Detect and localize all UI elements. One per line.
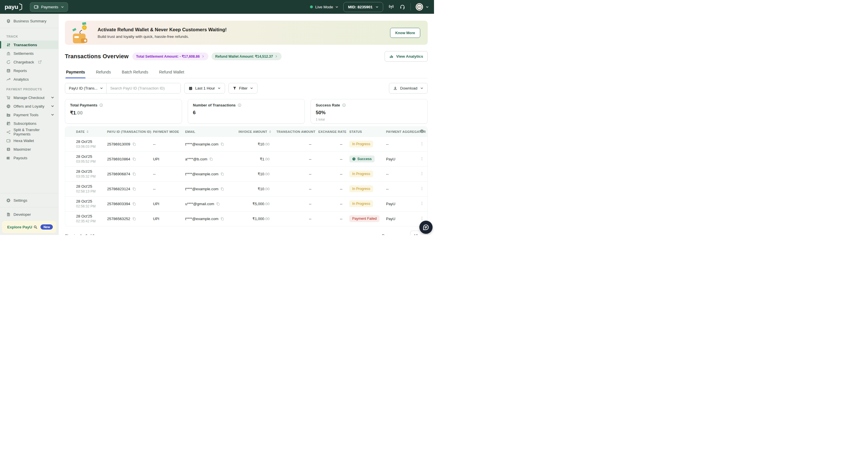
info-icon[interactable]: [238, 103, 241, 107]
table-row[interactable]: 28 Oct'2503:05:32 PM 25786906874 -- t***…: [65, 166, 428, 181]
sidebar-item[interactable]: Manage Checkout: [0, 93, 58, 102]
copy-icon[interactable]: [132, 142, 136, 146]
tab-label: Refund Wallet: [159, 70, 184, 74]
copy-icon[interactable]: [220, 187, 224, 191]
bar-chart-icon: [389, 54, 394, 59]
cell-payment-aggregator: PayU: [384, 152, 416, 166]
sidebar-item-label: Reports: [13, 69, 27, 73]
cell-payment-mode: --: [151, 166, 183, 181]
copy-icon[interactable]: [132, 172, 136, 176]
sidebar-item[interactable]: Subscriptions: [0, 119, 58, 128]
copy-icon[interactable]: [216, 202, 220, 206]
tab[interactable]: Payments: [65, 69, 86, 78]
sidebar-item[interactable]: % Offers and Loyalty: [0, 102, 58, 111]
main-content: Activate Refund Wallet & Never Keep Cust…: [59, 14, 434, 235]
copy-icon[interactable]: [220, 217, 224, 221]
table-row[interactable]: 28 Oct'2503:06:03 PM 25786913009 -- t***…: [65, 136, 428, 152]
status-badge: Payment Failed: [349, 215, 379, 222]
sidebar-spacer: [0, 162, 58, 190]
copy-icon[interactable]: [132, 157, 136, 161]
row-actions-button[interactable]: [419, 156, 425, 163]
view-analytics-label: View Analytics: [396, 54, 423, 59]
copy-icon[interactable]: [209, 157, 213, 161]
settlement-amount-pill[interactable]: Total Settlement Amount: - ₹17,608.86: [132, 53, 208, 60]
filter-dropdown[interactable]: Filter: [228, 83, 258, 94]
mid-selector[interactable]: MID: 8235901: [343, 2, 383, 12]
broadcast-icon: [389, 4, 394, 9]
sidebar-item[interactable]: Hexa Wallet: [0, 136, 58, 145]
sidebar-item-label: Manage Checkout: [13, 96, 44, 100]
sidebar-item[interactable]: S Maximizer: [0, 145, 58, 154]
row-actions-button[interactable]: [419, 170, 425, 178]
payu-dashboard: payu Payments Live Mode MID: 8235901: [0, 0, 434, 235]
row-actions-button[interactable]: [419, 140, 425, 148]
account-menu[interactable]: [415, 3, 429, 11]
table-row[interactable]: 28 Oct'2502:35:42 PM 25786563252 UPI t**…: [65, 211, 428, 226]
sidebar-item-settings[interactable]: Settings: [0, 196, 58, 205]
row-actions-button[interactable]: [419, 200, 425, 208]
cell-invoice-amount: ₹10.00: [237, 136, 275, 152]
cell-transaction-amount: --: [275, 152, 317, 166]
sort-icon: [86, 130, 89, 133]
chevron-down-icon: [426, 5, 429, 9]
sidebar-item[interactable]: Analytics: [0, 75, 58, 84]
support-button[interactable]: [399, 4, 406, 10]
live-mode-selector[interactable]: Live Mode: [310, 5, 338, 9]
payu-logo[interactable]: payu: [5, 3, 22, 11]
sidebar-item[interactable]: Chargeback: [0, 58, 58, 66]
trend-icon: [6, 77, 11, 82]
explore-payu-label: Explore PayU: [7, 225, 32, 229]
sidebar-item[interactable]: Reports: [0, 66, 58, 75]
sidebar-item[interactable]: Split & Transfer Payments: [0, 128, 58, 136]
sidebar-item[interactable]: Transactions: [0, 40, 58, 49]
sidebar-item[interactable]: Settlements: [0, 49, 58, 58]
logo-text: payu: [5, 3, 18, 10]
copy-icon[interactable]: [132, 187, 136, 191]
filter-label: Filter: [239, 86, 248, 90]
sidebar-item-developer[interactable]: Developer: [0, 210, 58, 219]
cell-invoice-amount: ₹1.00: [237, 152, 275, 166]
cell-payment-mode: UPI: [151, 211, 183, 226]
table-row[interactable]: 28 Oct'2502:58:13 PM 25786823124 -- t***…: [65, 181, 428, 196]
date-range-label: Last 1 Hour: [195, 86, 215, 90]
view-analytics-button[interactable]: View Analytics: [384, 51, 428, 62]
row-actions-button[interactable]: [419, 185, 425, 192]
sidebar-item[interactable]: Payouts: [0, 154, 58, 162]
cell-payment-aggregator: --: [384, 136, 416, 152]
tab[interactable]: Refund Wallet: [158, 69, 185, 78]
sidebar-item-business-summary[interactable]: ₹ Business Summary: [0, 17, 58, 25]
sidebar-divider: [0, 193, 58, 193]
copy-icon[interactable]: [220, 142, 224, 146]
table-row[interactable]: 28 Oct'2503:05:52 PM 25786910864 UPI a**…: [65, 152, 428, 166]
date-range-dropdown[interactable]: Last 1 Hour: [184, 83, 225, 94]
announcements-button[interactable]: [388, 4, 394, 10]
table-row[interactable]: 28 Oct'2502:56:32 PM 25786803394 UPI u**…: [65, 196, 428, 211]
info-icon[interactable]: [99, 103, 103, 107]
arrows-icon: [6, 43, 11, 47]
product-switcher[interactable]: Payments: [30, 2, 68, 12]
column-settings-button[interactable]: [420, 129, 424, 134]
copy-icon[interactable]: [220, 172, 224, 176]
column-date[interactable]: DATE: [76, 130, 89, 133]
tab[interactable]: Batch Refunds: [121, 69, 149, 78]
table-header-row: DATE PAYU ID (TRANSACTION ID) PAYMENT MO…: [65, 127, 428, 136]
cell-time: 03:05:52 PM: [76, 160, 104, 163]
copy-icon[interactable]: [132, 217, 136, 221]
cell-payment-aggregator: PayU: [384, 211, 416, 226]
tab[interactable]: Refunds: [95, 69, 112, 78]
refund-wallet-amount-label: Refund Wallet Amount: ₹14,512.37: [215, 55, 273, 59]
copy-icon[interactable]: [132, 202, 136, 206]
cell-transaction-amount: --: [275, 196, 317, 211]
cell-payu-id: 25786913009: [107, 142, 130, 146]
cell-exchange-rate: --: [317, 152, 348, 166]
refund-wallet-amount-pill[interactable]: Refund Wallet Amount: ₹14,512.37: [212, 53, 282, 60]
search-input[interactable]: [106, 83, 181, 93]
column-invoice-amount[interactable]: INVOICE AMOUNT: [239, 130, 272, 133]
download-button[interactable]: Download: [389, 83, 428, 94]
info-icon[interactable]: [342, 103, 346, 107]
sidebar-item[interactable]: Payment Tools: [0, 111, 58, 119]
explore-payu[interactable]: Explore PayU New: [2, 221, 56, 233]
chat-support-button[interactable]: [420, 221, 433, 234]
search-type-dropdown[interactable]: PayU ID (Trans...: [65, 83, 106, 93]
know-more-button[interactable]: Know More: [390, 28, 420, 38]
